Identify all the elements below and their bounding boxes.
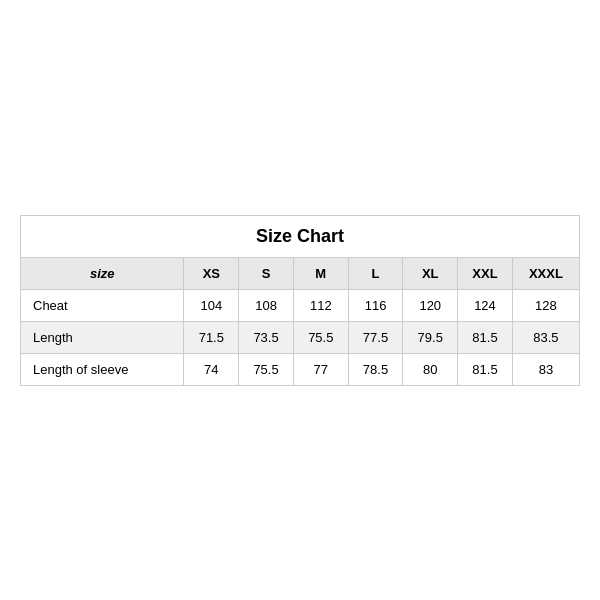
row-label: Length of sleeve	[21, 353, 184, 385]
table-row: Cheat104108112116120124128	[21, 289, 580, 321]
cell-value: 108	[239, 289, 294, 321]
size-chart-table: Size Chart size XS S M L XL XXL XXXL Che…	[20, 215, 580, 386]
cell-value: 81.5	[458, 353, 513, 385]
cell-value: 83	[512, 353, 579, 385]
cell-value: 124	[458, 289, 513, 321]
header-s: S	[239, 257, 294, 289]
cell-value: 104	[184, 289, 239, 321]
cell-value: 77	[293, 353, 348, 385]
cell-value: 79.5	[403, 321, 458, 353]
table-row: Length of sleeve7475.57778.58081.583	[21, 353, 580, 385]
cell-value: 77.5	[348, 321, 403, 353]
table-row: Length71.573.575.577.579.581.583.5	[21, 321, 580, 353]
cell-value: 75.5	[239, 353, 294, 385]
size-chart-container: Size Chart size XS S M L XL XXL XXXL Che…	[20, 215, 580, 386]
header-l: L	[348, 257, 403, 289]
cell-value: 73.5	[239, 321, 294, 353]
cell-value: 116	[348, 289, 403, 321]
cell-value: 128	[512, 289, 579, 321]
cell-value: 75.5	[293, 321, 348, 353]
header-m: M	[293, 257, 348, 289]
header-row: size XS S M L XL XXL XXXL	[21, 257, 580, 289]
cell-value: 74	[184, 353, 239, 385]
row-label: Length	[21, 321, 184, 353]
table-title: Size Chart	[21, 215, 580, 257]
cell-value: 81.5	[458, 321, 513, 353]
cell-value: 71.5	[184, 321, 239, 353]
cell-value: 78.5	[348, 353, 403, 385]
header-xl: XL	[403, 257, 458, 289]
header-xs: XS	[184, 257, 239, 289]
cell-value: 80	[403, 353, 458, 385]
header-xxxl: XXXL	[512, 257, 579, 289]
cell-value: 83.5	[512, 321, 579, 353]
row-label: Cheat	[21, 289, 184, 321]
title-row: Size Chart	[21, 215, 580, 257]
header-xxl: XXL	[458, 257, 513, 289]
header-size: size	[21, 257, 184, 289]
cell-value: 120	[403, 289, 458, 321]
cell-value: 112	[293, 289, 348, 321]
